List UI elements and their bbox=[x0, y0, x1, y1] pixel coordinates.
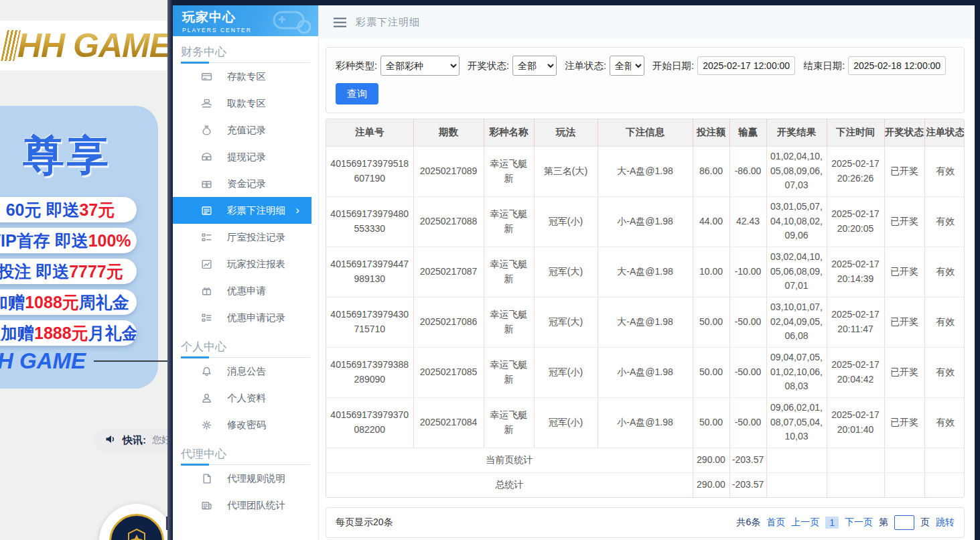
table-cell: 有效 bbox=[924, 196, 965, 247]
sidebar-item-hall-bets[interactable]: 厅室投注记录 › bbox=[173, 224, 318, 251]
sidebar-item-label: 存款专区 bbox=[227, 70, 266, 83]
cashout-icon bbox=[201, 151, 212, 163]
summary-empty bbox=[924, 472, 965, 497]
sidebar-item-profile[interactable]: 个人资料 › bbox=[173, 385, 318, 411]
current-page[interactable]: 1 bbox=[825, 517, 839, 529]
promo-record-icon bbox=[201, 312, 212, 324]
chevron-right-icon: › bbox=[295, 204, 299, 217]
sidebar-item-recharge[interactable]: 充值记录 › bbox=[173, 117, 318, 143]
sidebar-section-items: 存款专区 › 取款专区 › 充值记录 › 提现记录 › 资金记录 › 彩票下注明… bbox=[173, 63, 318, 331]
table-cell: 03,02,04,10,05,06,08,09,07,01 bbox=[766, 247, 827, 297]
sidebar-item-promo-apply[interactable]: 优惠申请 › bbox=[173, 277, 318, 304]
table-cell: 大-A盘@1.98 bbox=[598, 247, 693, 297]
menu-toggle-icon[interactable] bbox=[334, 17, 346, 27]
table-cell: 10.00 bbox=[693, 247, 729, 297]
start-date-label: 开始日期: bbox=[652, 60, 694, 72]
table-cell: 42.43 bbox=[729, 196, 766, 247]
next-page-link[interactable]: 下一页 bbox=[845, 517, 873, 529]
table-cell: 有效 bbox=[924, 397, 965, 448]
sidebar-item-label: 充值记录 bbox=[227, 124, 266, 137]
sidebar-section: 财务中心 存款专区 › 取款专区 › 充值记录 › 提现记录 › 资金记录 › … bbox=[173, 44, 318, 331]
floating-crest[interactable] bbox=[99, 504, 173, 540]
sidebar-item-label: 优惠申请 bbox=[227, 285, 266, 297]
doc-icon bbox=[201, 473, 212, 484]
sidebar-item-promo-record[interactable]: 优惠申请记录 › bbox=[173, 304, 318, 331]
pager-controls: 共6条 首页 上一页 1 下一页 第 页 跳转 bbox=[736, 515, 955, 530]
promo-banner: 尊享 60元 即送37元VIP首存 即送100%投注 即送7777元加赠1088… bbox=[0, 106, 158, 389]
lottery-type-select[interactable]: 全部彩种 bbox=[380, 56, 460, 76]
bell-icon bbox=[201, 366, 212, 377]
sidebar-item-cashout[interactable]: 提现记录 › bbox=[173, 143, 318, 170]
page-jump-input[interactable] bbox=[894, 515, 914, 530]
table-cell: 有效 bbox=[924, 247, 965, 297]
search-button[interactable]: 查询 bbox=[336, 83, 378, 105]
column-header: 玩法 bbox=[534, 119, 598, 146]
table-cell: 小-A盘@1.98 bbox=[598, 196, 693, 247]
sidebar-item-funds[interactable]: 资金记录 › bbox=[173, 170, 318, 197]
table-cell: 幸运飞艇新 bbox=[484, 196, 534, 247]
funds-icon bbox=[201, 178, 212, 190]
sidebar-section-title: 代理中心 bbox=[181, 446, 310, 465]
promo-footer-rule bbox=[94, 360, 173, 362]
table-cell: 已开奖 bbox=[884, 397, 924, 448]
table-cell: 20250217089 bbox=[413, 146, 484, 196]
draw-status-select[interactable]: 全部 bbox=[512, 56, 557, 76]
report-icon bbox=[201, 259, 212, 270]
hall-bets-icon bbox=[201, 232, 212, 243]
order-status-select[interactable]: 全部 bbox=[610, 56, 644, 76]
table-cell: 幸运飞艇新 bbox=[484, 247, 534, 297]
table-cell: 大-A盘@1.98 bbox=[598, 297, 693, 347]
table-cell: 09,04,07,05,01,02,10,06,08,03 bbox=[766, 347, 827, 397]
promo-pill: 天加赠1888元月礼金 bbox=[0, 320, 137, 346]
start-date-input[interactable] bbox=[697, 56, 795, 75]
column-header: 彩种名称 bbox=[484, 119, 534, 146]
sidebar-item-deposit[interactable]: 存款专区 › bbox=[173, 63, 318, 90]
table-cell: 2025-02-17 20:04:42 bbox=[827, 347, 884, 397]
deposit-icon bbox=[201, 71, 212, 82]
jump-button[interactable]: 跳转 bbox=[936, 517, 955, 529]
column-header: 投注额 bbox=[693, 119, 729, 146]
table-cell: 20250217087 bbox=[413, 247, 484, 297]
content-area: 彩种类型: 全部彩种 开奖状态: 全部 注单状态: 全部 开始日期: 结束日期:… bbox=[319, 39, 975, 538]
table-body: 40156917397951860719020250217089幸运飞艇新第三名… bbox=[326, 146, 965, 497]
summary-empty bbox=[884, 472, 924, 497]
column-header: 开奖结果 bbox=[766, 119, 827, 146]
table-cell: 03,10,01,07,02,04,09,05,06,08 bbox=[766, 297, 827, 347]
end-date-label: 结束日期: bbox=[803, 60, 845, 72]
table-cell: 冠军(小) bbox=[534, 347, 598, 397]
table-cell: 401569173979430715710 bbox=[326, 297, 413, 347]
sidebar-nav: 财务中心 存款专区 › 取款专区 › 充值记录 › 提现记录 › 资金记录 › … bbox=[173, 44, 318, 519]
summary-row: 当前页统计290.00-203.57 bbox=[326, 448, 965, 472]
sidebar-item-team-stats[interactable]: 代理团队统计 › bbox=[173, 492, 318, 519]
summary-bet-total: 290.00 bbox=[693, 472, 729, 497]
sidebar-item-label: 个人资料 bbox=[227, 392, 266, 405]
lottery-bets-icon bbox=[201, 205, 212, 216]
sidebar-item-bell[interactable]: 消息公告 › bbox=[173, 358, 318, 385]
sidebar-item-gear[interactable]: 修改密码 › bbox=[173, 411, 318, 438]
sidebar-item-label: 厅室投注记录 bbox=[227, 231, 285, 244]
sidebar-item-doc[interactable]: 代理规则说明 › bbox=[173, 465, 318, 492]
column-header: 下注时间 bbox=[827, 119, 884, 146]
sidebar-item-report[interactable]: 玩家投注报表 › bbox=[173, 251, 318, 277]
column-header: 期数 bbox=[413, 119, 484, 146]
first-page-link[interactable]: 首页 bbox=[766, 517, 785, 529]
jump-prefix: 第 bbox=[879, 517, 888, 529]
table-cell: 86.00 bbox=[693, 146, 729, 196]
overlay-right-edge bbox=[975, 0, 980, 540]
table-cell: 冠军(小) bbox=[534, 397, 598, 448]
main-panel: 彩票下注明细 彩种类型: 全部彩种 开奖状态: 全部 注单状态: 全部 开始日期… bbox=[318, 5, 975, 540]
table-cell: -86.00 bbox=[729, 146, 766, 196]
topbar: 彩票下注明细 bbox=[319, 5, 975, 39]
site-logo: HH GAME bbox=[17, 26, 171, 65]
sidebar-item-withdraw[interactable]: 取款专区 › bbox=[173, 90, 318, 117]
table-cell: 已开奖 bbox=[884, 196, 924, 247]
gear-icon bbox=[201, 419, 212, 431]
sidebar-item-label: 提现记录 bbox=[227, 151, 266, 163]
table-cell: 50.00 bbox=[693, 397, 729, 448]
table-cell: 401569173979518607190 bbox=[326, 146, 413, 196]
jump-suffix: 页 bbox=[920, 517, 930, 529]
prev-page-link[interactable]: 上一页 bbox=[791, 517, 819, 529]
sidebar-item-lottery-bets[interactable]: 彩票下注明细 › bbox=[173, 197, 311, 224]
gamepad-decor-icon bbox=[262, 7, 314, 36]
end-date-input[interactable] bbox=[848, 56, 946, 75]
